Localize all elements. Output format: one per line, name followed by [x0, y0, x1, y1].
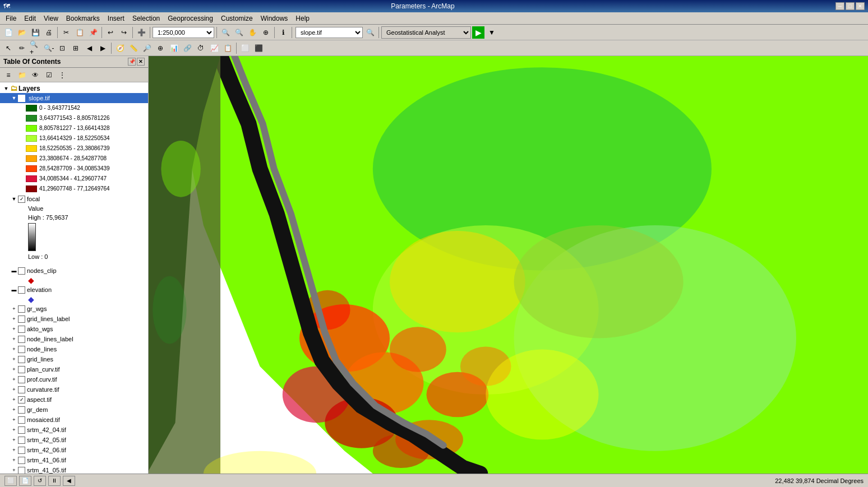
layer-mosaiced-tif[interactable]: +mosaiced.tif	[0, 415, 148, 425]
elevation-expand[interactable]: ▬	[10, 286, 18, 294]
zoom-out-tool[interactable]: 🔍-	[43, 42, 55, 54]
maximize-button[interactable]: □	[846, 2, 855, 10]
srtm_41_06.tif-expand[interactable]: +	[10, 456, 18, 464]
layer-srtm_42_06-tif[interactable]: +srtm_42_06.tif	[0, 445, 148, 455]
menu-selection[interactable]: Selection	[129, 13, 163, 24]
zoom-in-btn[interactable]: 🔍	[219, 26, 232, 39]
mosaiced.tif-expand[interactable]: +	[10, 416, 18, 424]
menu-customize[interactable]: Customize	[218, 13, 256, 24]
zoom-out-btn[interactable]: 🔍	[233, 26, 245, 39]
node_lines_label-expand[interactable]: +	[10, 335, 18, 343]
graph-tool[interactable]: 📈	[208, 42, 220, 54]
akto_wgs-expand[interactable]: +	[10, 325, 18, 333]
new-button[interactable]: 📄	[2, 26, 15, 39]
layers-root[interactable]: ▼ 🗂 Layers	[0, 84, 148, 93]
report-tool[interactable]: 📋	[221, 42, 234, 54]
srtm_42_04.tif-checkbox[interactable]	[18, 426, 25, 434]
full-extent-btn[interactable]: ⊕	[260, 26, 272, 39]
time-tool[interactable]: ⏱	[195, 42, 207, 54]
layer-akto_wgs[interactable]: +akto_wgs	[0, 324, 148, 334]
add-data-button[interactable]: ➕	[135, 26, 147, 39]
forward-tool[interactable]: ▶	[96, 42, 109, 54]
menu-bookmarks[interactable]: Bookmarks	[63, 13, 103, 24]
layer-aspect-tif[interactable]: +aspect.tif	[0, 395, 148, 405]
grid_lines-checkbox[interactable]	[18, 356, 25, 363]
layer-elevation[interactable]: ▬ elevation	[0, 285, 148, 295]
layout-view-btn[interactable]: ⬜	[239, 42, 251, 54]
select-tool[interactable]: ↖	[2, 42, 15, 54]
layer-gr_dem[interactable]: +gr_dem	[0, 405, 148, 415]
layer-dropdown[interactable]: slope.tif	[296, 27, 363, 38]
nodes-clip-checkbox[interactable]	[18, 267, 25, 275]
identify-btn[interactable]: ℹ	[277, 26, 289, 39]
srtm_41_05.tif-expand[interactable]: +	[10, 466, 18, 474]
layer-plan_curv-tif[interactable]: +plan_curv.tif	[0, 364, 148, 374]
scale-dropdown[interactable]: 1:250,000	[153, 27, 214, 38]
measure-tool[interactable]: 📏	[127, 42, 140, 54]
menu-help[interactable]: Help	[292, 13, 313, 24]
grid_lines_label-expand[interactable]: +	[10, 315, 18, 323]
back-tool[interactable]: ◀	[83, 42, 95, 54]
toc-close-btn[interactable]: ✕	[137, 58, 145, 66]
layer-gr_wgs[interactable]: +gr_wgs	[0, 304, 148, 314]
srtm_42_06.tif-expand[interactable]: +	[10, 446, 18, 454]
gr_dem-checkbox[interactable]	[18, 406, 25, 414]
map-view-btn[interactable]: ⬜	[4, 476, 17, 486]
toc-source-btn[interactable]: 📁	[16, 69, 28, 81]
layer-curvature-tif[interactable]: +curvature.tif	[0, 384, 148, 395]
analyst-go-btn[interactable]: ▶	[472, 26, 484, 39]
gr_dem-expand[interactable]: +	[10, 406, 18, 414]
srtm_42_04.tif-expand[interactable]: +	[10, 426, 18, 434]
prof.curv.tif-checkbox[interactable]	[18, 376, 25, 383]
aspect.tif-expand[interactable]: +	[10, 396, 18, 403]
layer-prof-curv-tif[interactable]: +prof.curv.tif	[0, 374, 148, 384]
layer-srtm_41_05-tif[interactable]: +srtm_41_05.tif	[0, 465, 148, 474]
layer-grid_lines[interactable]: +grid_lines	[0, 354, 148, 364]
curvature.tif-expand[interactable]: +	[10, 386, 18, 393]
undo-button[interactable]: ↩	[104, 26, 117, 39]
navigate-tool[interactable]: 🧭	[114, 42, 126, 54]
save-button[interactable]: 💾	[29, 26, 41, 39]
copy-button[interactable]: 📋	[73, 26, 86, 39]
layout-view-btn-status[interactable]: 📄	[19, 476, 31, 486]
plan_curv.tif-expand[interactable]: +	[10, 365, 18, 373]
toc-visibility-btn[interactable]: 👁	[29, 69, 41, 81]
hyperlink-tool[interactable]: 🔗	[181, 42, 193, 54]
minimize-button[interactable]: ─	[835, 2, 844, 10]
overlay-tool[interactable]: 📊	[168, 42, 180, 54]
srtm_42_05.tif-checkbox[interactable]	[18, 437, 25, 444]
menu-edit[interactable]: Edit	[21, 13, 39, 24]
gr_wgs-expand[interactable]: +	[10, 305, 18, 313]
zoom-layout-btn[interactable]: ⬛	[252, 42, 265, 54]
srtm_41_06.tif-checkbox[interactable]	[18, 457, 25, 464]
nodes-clip-expand[interactable]: ▬	[10, 267, 18, 275]
srtm_42_06.tif-checkbox[interactable]	[18, 447, 25, 454]
close-button[interactable]: ✕	[856, 2, 865, 10]
slope-expand[interactable]: ▼	[10, 94, 18, 102]
nav-btn[interactable]: ◀	[63, 476, 75, 486]
layer-srtm_42_04-tif[interactable]: +srtm_42_04.tif	[0, 425, 148, 435]
toc-list-btn[interactable]: ≡	[2, 69, 15, 81]
pause-btn[interactable]: ⏸	[48, 476, 61, 486]
menu-file[interactable]: File	[2, 13, 20, 24]
zoom-full-tool[interactable]: ⊡	[56, 42, 68, 54]
grid_lines_label-checkbox[interactable]	[18, 316, 25, 323]
layers-expand[interactable]: ▼	[2, 85, 10, 92]
gr_wgs-checkbox[interactable]	[18, 305, 25, 313]
edit-tool[interactable]: ✏	[16, 42, 28, 54]
toc-options-btn[interactable]: ⋮	[56, 69, 68, 81]
layer-slope-tif[interactable]: ▼ slope.tif	[0, 93, 148, 103]
akto_wgs-checkbox[interactable]	[18, 326, 25, 333]
redo-button[interactable]: ↪	[118, 26, 130, 39]
grid_lines-expand[interactable]: +	[10, 355, 18, 363]
srtm_41_05.tif-checkbox[interactable]	[18, 467, 25, 474]
layer-node_lines[interactable]: +node_lines	[0, 344, 148, 354]
toc-pin-btn[interactable]: 📌	[128, 58, 136, 66]
prof.curv.tif-expand[interactable]: +	[10, 375, 18, 383]
find-tool[interactable]: 🔎	[141, 42, 153, 54]
analyst-dropdown[interactable]: Geostatistical Analyst	[381, 26, 471, 39]
aspect.tif-checkbox[interactable]	[18, 396, 25, 403]
layer-node_lines_label[interactable]: +node_lines_label	[0, 334, 148, 344]
menu-windows[interactable]: Windows	[257, 13, 292, 24]
map-area[interactable]	[149, 56, 868, 474]
